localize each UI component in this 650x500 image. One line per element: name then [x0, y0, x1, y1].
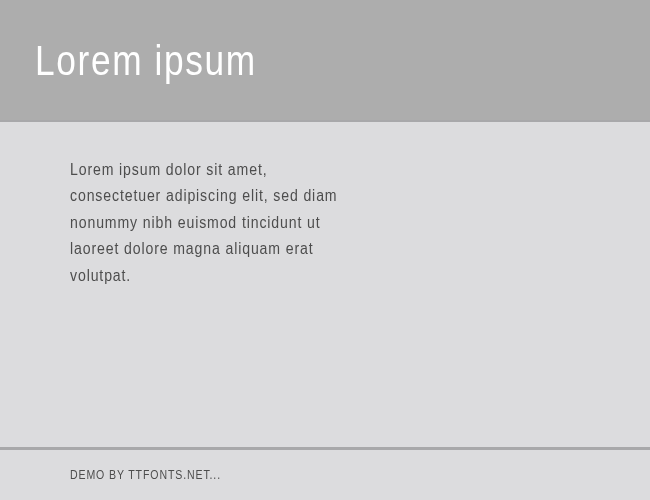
body-text: Lorem ipsum dolor sit amet, consectetuer… — [70, 157, 343, 289]
header-banner: Lorem ipsum — [0, 0, 650, 120]
footer: Demo by ttfonts.net... — [0, 450, 650, 500]
content-area: Lorem ipsum dolor sit amet, consectetuer… — [0, 122, 650, 447]
page-title: Lorem ipsum — [35, 36, 257, 85]
footer-text: Demo by ttfonts.net... — [70, 468, 519, 482]
